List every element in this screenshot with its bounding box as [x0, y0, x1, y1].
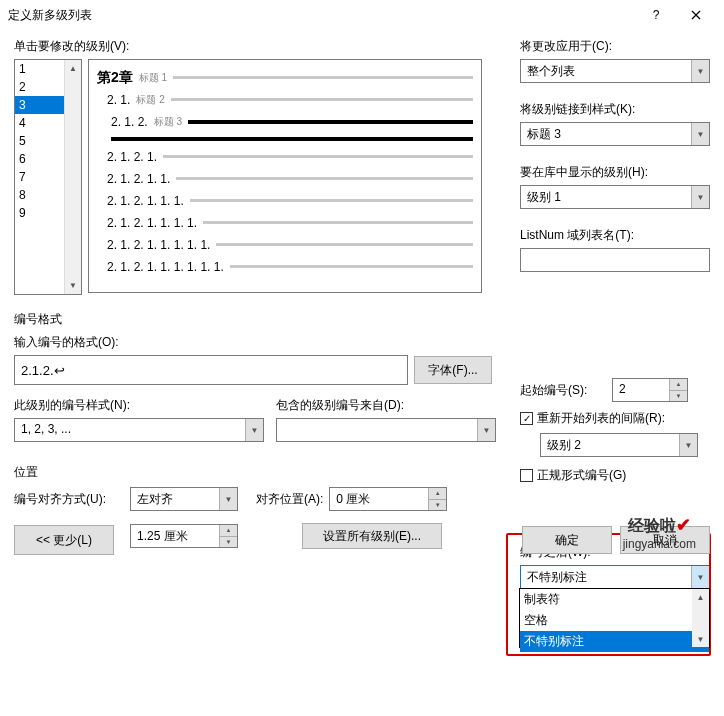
include-level-dropdown[interactable]: ▼	[276, 418, 496, 442]
checkbox-checked-icon: ✓	[520, 412, 533, 425]
follow-option-nothing[interactable]: 不特别标注	[520, 631, 709, 652]
titlebar: 定义新多级列表 ?	[0, 0, 724, 30]
ok-button[interactable]: 确定	[522, 526, 612, 554]
aligned-at-spinner[interactable]: 0 厘米 ▲▼	[329, 487, 447, 511]
restart-list-checkbox[interactable]: ✓ 重新开始列表的间隔(R):	[520, 410, 665, 427]
chevron-down-icon[interactable]: ▼	[219, 488, 237, 510]
chevron-down-icon[interactable]: ▼	[691, 60, 709, 82]
chevron-down-icon[interactable]: ▼	[691, 186, 709, 208]
spin-up-icon[interactable]: ▲	[429, 488, 446, 500]
number-style-dropdown[interactable]: 1, 2, 3, ... ▼	[14, 418, 264, 442]
less-button[interactable]: << 更少(L)	[14, 525, 114, 555]
follow-dropdown-popup[interactable]: 制表符 空格 不特别标注 ▲ ▼	[519, 588, 710, 648]
help-button[interactable]: ?	[636, 1, 676, 29]
enter-format-label: 输入编号的格式(O):	[14, 334, 504, 351]
listnum-input[interactable]	[520, 248, 710, 272]
level-item-6[interactable]: 6	[15, 150, 64, 168]
level-item-4[interactable]: 4	[15, 114, 64, 132]
preview-pane: 第2章标题 1 2. 1.标题 2 2. 1. 2.标题 3 2. 1. 2. …	[88, 59, 482, 293]
gallery-level-dropdown[interactable]: 级别 1 ▼	[520, 185, 710, 209]
number-style-label: 此级别的编号样式(N):	[14, 397, 264, 414]
scroll-down-icon[interactable]: ▼	[65, 277, 81, 294]
chevron-down-icon[interactable]: ▼	[245, 419, 263, 441]
number-format-input[interactable]: 2.1.2.↩	[14, 355, 408, 385]
apply-to-dropdown[interactable]: 整个列表 ▼	[520, 59, 710, 83]
align-dropdown[interactable]: 左对齐 ▼	[130, 487, 238, 511]
scrollbar[interactable]: ▲ ▼	[64, 60, 81, 294]
scroll-down-icon[interactable]: ▼	[692, 631, 709, 647]
chevron-down-icon[interactable]: ▼	[691, 123, 709, 145]
scroll-up-icon[interactable]: ▲	[65, 60, 81, 77]
legal-numbering-checkbox[interactable]: 正规形式编号(G)	[520, 467, 626, 484]
align-label: 编号对齐方式(U):	[14, 491, 124, 508]
start-at-label: 起始编号(S):	[520, 382, 606, 399]
level-item-2[interactable]: 2	[15, 78, 64, 96]
close-button[interactable]	[676, 1, 716, 29]
follow-option-space[interactable]: 空格	[520, 610, 709, 631]
scrollbar[interactable]: ▲ ▼	[692, 589, 709, 647]
gallery-level-label: 要在库中显示的级别(H):	[520, 164, 710, 181]
scroll-up-icon[interactable]: ▲	[692, 589, 709, 605]
apply-to-label: 将更改应用于(C):	[520, 38, 710, 55]
window-title: 定义新多级列表	[8, 7, 636, 24]
level-list[interactable]: 123456789	[15, 60, 64, 294]
level-list-label: 单击要修改的级别(V):	[14, 38, 510, 55]
aligned-at-label: 对齐位置(A):	[256, 491, 323, 508]
listnum-label: ListNum 域列表名(T):	[520, 227, 710, 244]
start-at-spinner[interactable]: 2 ▲▼	[612, 378, 688, 402]
spin-down-icon[interactable]: ▼	[670, 391, 687, 402]
spin-up-icon[interactable]: ▲	[670, 379, 687, 391]
level-item-7[interactable]: 7	[15, 168, 64, 186]
close-icon	[691, 10, 701, 20]
level-item-8[interactable]: 8	[15, 186, 64, 204]
link-style-label: 将级别链接到样式(K):	[520, 101, 710, 118]
chevron-down-icon[interactable]: ▼	[679, 434, 697, 456]
link-style-dropdown[interactable]: 标题 3 ▼	[520, 122, 710, 146]
include-level-label: 包含的级别编号来自(D):	[276, 397, 496, 414]
cancel-button[interactable]: 取消	[620, 526, 710, 554]
chevron-down-icon[interactable]: ▼	[477, 419, 495, 441]
format-section-label: 编号格式	[14, 311, 710, 328]
level-item-5[interactable]: 5	[15, 132, 64, 150]
font-button[interactable]: 字体(F)...	[414, 356, 492, 384]
level-item-3[interactable]: 3	[15, 96, 64, 114]
level-item-9[interactable]: 9	[15, 204, 64, 222]
level-item-1[interactable]: 1	[15, 60, 64, 78]
spin-down-icon[interactable]: ▼	[429, 500, 446, 511]
checkbox-unchecked-icon	[520, 469, 533, 482]
restart-level-dropdown[interactable]: 级别 2 ▼	[540, 433, 698, 457]
follow-option-tab[interactable]: 制表符	[520, 589, 709, 610]
